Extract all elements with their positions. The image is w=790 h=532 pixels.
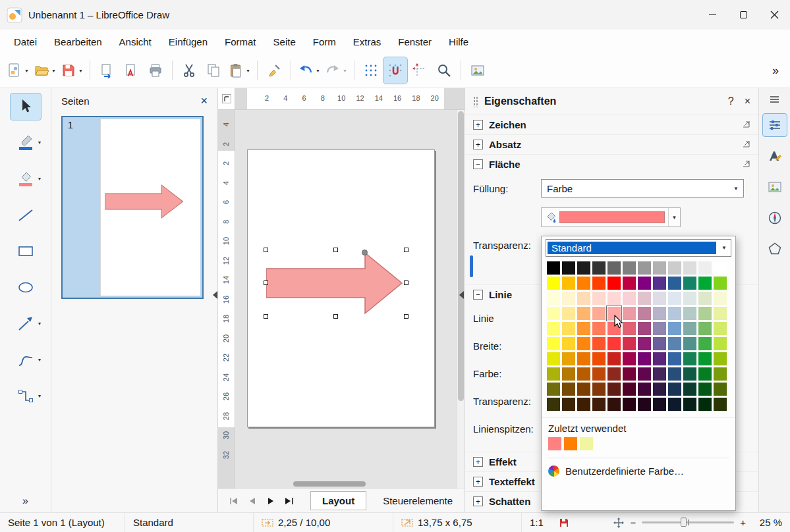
palette-color-swatch[interactable]: [668, 292, 681, 305]
paste-button[interactable]: [226, 57, 252, 84]
palette-color-swatch[interactable]: [714, 322, 727, 335]
maximize-button[interactable]: [728, 0, 759, 30]
palette-color-swatch[interactable]: [683, 322, 696, 335]
palette-color-swatch[interactable]: [547, 352, 560, 365]
palette-color-swatch[interactable]: [714, 307, 727, 320]
palette-color-swatch[interactable]: [623, 292, 636, 305]
palette-color-swatch[interactable]: [592, 352, 606, 365]
palette-color-swatch[interactable]: [577, 261, 590, 275]
tab-steuerelemente[interactable]: Steuerelemente: [378, 492, 458, 510]
vertical-scrollbar-thumb[interactable]: [458, 111, 464, 401]
palette-color-swatch[interactable]: [607, 383, 621, 396]
palette-color-swatch[interactable]: [698, 383, 712, 396]
palette-color-swatch[interactable]: [592, 383, 606, 396]
palette-color-swatch[interactable]: [683, 352, 696, 365]
collapse-icon[interactable]: [473, 290, 483, 300]
recent-color-swatch[interactable]: [580, 437, 593, 450]
palette-color-swatch[interactable]: [547, 322, 560, 335]
palette-color-swatch[interactable]: [653, 383, 666, 396]
palette-color-swatch[interactable]: [653, 307, 666, 320]
selection-handle[interactable]: [333, 314, 338, 319]
copy-button[interactable]: [202, 57, 225, 84]
palette-color-swatch[interactable]: [638, 352, 651, 365]
palette-color-swatch[interactable]: [683, 398, 696, 411]
palette-color-swatch[interactable]: [668, 322, 681, 335]
menu-item[interactable]: Fenster: [389, 30, 440, 53]
dialog-launcher-icon[interactable]: [742, 119, 750, 130]
palette-color-swatch[interactable]: [683, 261, 696, 275]
zoom-slider-thumb[interactable]: [681, 518, 687, 527]
palette-color-swatch[interactable]: [698, 277, 712, 290]
palette-color-swatch[interactable]: [577, 337, 590, 350]
menu-item[interactable]: Hilfe: [440, 30, 477, 53]
palette-color-swatch[interactable]: [714, 367, 727, 381]
ellipse-tool[interactable]: [11, 275, 41, 301]
horizontal-ruler[interactable]: 2468101214161820: [218, 88, 465, 110]
minimize-button[interactable]: [697, 0, 728, 30]
sidebar-menu-icon[interactable]: [770, 94, 779, 105]
menu-item[interactable]: Format: [216, 30, 265, 53]
palette-color-swatch[interactable]: [698, 337, 712, 350]
cut-button[interactable]: [177, 57, 201, 84]
selected-arrow-shape[interactable]: [266, 250, 406, 316]
fill-type-select[interactable]: Farbe ▼: [541, 179, 744, 198]
new-document-button[interactable]: [5, 57, 31, 84]
palette-color-swatch[interactable]: [547, 292, 560, 305]
helplines-button[interactable]: [408, 57, 432, 84]
palette-color-swatch[interactable]: [668, 307, 681, 320]
palette-color-swatch[interactable]: [698, 261, 712, 275]
palette-color-swatch[interactable]: [577, 292, 590, 305]
palette-color-swatch[interactable]: [623, 277, 636, 290]
horizontal-scrollbar[interactable]: [293, 481, 366, 487]
zoom-in-button[interactable]: +: [738, 517, 748, 528]
fill-color-tool[interactable]: [11, 166, 41, 192]
undo-button[interactable]: [296, 57, 322, 84]
palette-color-swatch[interactable]: [592, 277, 606, 290]
palette-color-swatch[interactable]: [653, 398, 666, 411]
palette-color-swatch[interactable]: [623, 261, 636, 275]
collapse-icon[interactable]: [473, 159, 483, 169]
section-absatz[interactable]: Absatz: [465, 134, 758, 154]
sidebar-tab-shapes[interactable]: [763, 238, 787, 260]
expand-icon[interactable]: [473, 457, 483, 467]
palette-color-swatch[interactable]: [714, 292, 727, 305]
export-button[interactable]: [95, 57, 119, 84]
palette-color-swatch[interactable]: [547, 307, 560, 320]
menu-item[interactable]: Seite: [265, 30, 304, 53]
help-icon[interactable]: ?: [728, 95, 734, 107]
selection-handle[interactable]: [264, 314, 268, 319]
selection-handle[interactable]: [404, 248, 409, 252]
toolbox-expand-button[interactable]: »: [22, 495, 28, 507]
next-page-button[interactable]: [263, 494, 278, 508]
expand-icon[interactable]: [473, 477, 483, 487]
palette-color-swatch[interactable]: [623, 367, 636, 381]
select-tool[interactable]: [11, 93, 41, 120]
zoom-slider[interactable]: [642, 521, 734, 523]
palette-color-swatch[interactable]: [607, 261, 621, 275]
palette-color-swatch[interactable]: [668, 367, 681, 381]
tab-layout[interactable]: Layout: [310, 491, 366, 510]
first-page-button[interactable]: [226, 494, 241, 508]
palette-color-swatch[interactable]: [714, 398, 727, 411]
palette-color-swatch[interactable]: [653, 352, 666, 365]
section-flaeche[interactable]: Fläche: [465, 154, 758, 174]
zoom-out-button[interactable]: −: [628, 517, 638, 528]
palette-color-swatch[interactable]: [714, 261, 727, 275]
clone-formatting-button[interactable]: [262, 57, 286, 84]
palette-select[interactable]: Standard ▼: [546, 239, 731, 257]
tab-stop-selector[interactable]: [218, 88, 235, 109]
palette-color-swatch[interactable]: [638, 367, 651, 381]
palette-color-swatch[interactable]: [592, 261, 606, 275]
palette-color-swatch[interactable]: [653, 367, 666, 381]
palette-color-swatch[interactable]: [562, 337, 575, 350]
drawing-page[interactable]: [247, 149, 435, 427]
last-page-button[interactable]: [281, 494, 296, 508]
palette-color-swatch[interactable]: [562, 261, 575, 275]
selection-handle[interactable]: [404, 314, 409, 319]
palette-color-swatch[interactable]: [623, 352, 636, 365]
zoom-button[interactable]: [432, 57, 456, 84]
palette-color-swatch[interactable]: [638, 292, 651, 305]
palette-color-swatch[interactable]: [577, 367, 590, 381]
palette-color-swatch[interactable]: [547, 398, 560, 411]
expand-icon[interactable]: [473, 120, 483, 130]
